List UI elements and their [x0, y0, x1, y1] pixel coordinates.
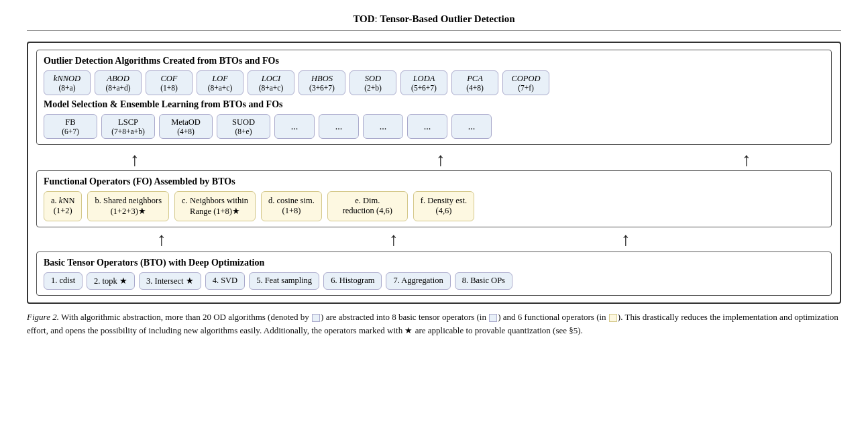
bto-chip-8: 8. Basic OPs	[455, 272, 512, 290]
dots-chip-4: ...	[407, 114, 447, 139]
od-section-title: Outlier Detection Algorithms Created fro…	[44, 56, 824, 66]
caption-blue-box	[312, 314, 320, 322]
bto-chip-6: 6. Histogram	[323, 272, 382, 290]
model-section: Model Selection & Ensemble Learning from…	[44, 99, 824, 139]
algo-chip-pca: PCA (4+8)	[451, 70, 498, 95]
dots-chip-2: ...	[319, 114, 359, 139]
bto-row: 1. cdist 2. topk ★ 3. Intersect ★ 4. SVD…	[44, 272, 824, 290]
fo-chip-c: c. Neighbors within Range (1+8)★	[174, 191, 256, 221]
arrow-up-3: ↑	[742, 150, 751, 169]
main-diagram: Outlier Detection Algorithms Created fro…	[27, 42, 841, 304]
fo-row: a. kNN (1+2) b. Shared neighbors (1+2+3)…	[44, 191, 824, 221]
model-chip-suod: SUOD (8+e)	[217, 114, 270, 139]
algo-chip-knnod: kNNOD (8+a)	[44, 70, 91, 95]
caption-yellow-box	[609, 314, 617, 322]
fo-chip-e: e. Dim. reduction (4,6)	[327, 191, 408, 221]
algo-chip-abod: ABOD (8+a+d)	[95, 70, 142, 95]
algo-chip-hbos: HBOS (3+6+7)	[299, 70, 345, 95]
page-title: TOD: Tensor-Based Outlier Detection	[27, 13, 841, 31]
algo-chip-cof: COF (1+8)	[146, 70, 193, 95]
model-section-title: Model Selection & Ensemble Learning from…	[44, 99, 824, 110]
arrow-up-6: ↑	[621, 230, 631, 249]
model-chip-lscp: LSCP (7+8+a+b)	[101, 114, 155, 139]
arrow-up-2: ↑	[436, 150, 445, 169]
od-algo-row: kNNOD (8+a) ABOD (8+a+d) COF (1+8) LOF (…	[44, 70, 824, 95]
bto-chip-5: 5. Feat sampling	[249, 272, 319, 290]
arrow-row-2: ↑ ↑ ↑	[36, 230, 832, 249]
caption: Figure 2. With algorithmic abstraction, …	[27, 311, 841, 337]
model-chip-metaod: MetaOD (4+8)	[159, 114, 213, 139]
bto-chip-7: 7. Aggregation	[386, 272, 450, 290]
dots-chip-1: ...	[274, 114, 315, 139]
fo-chip-d: d. cosine sim. (1+8)	[261, 191, 322, 221]
bto-chip-4: 4. SVD	[205, 272, 246, 290]
algo-chip-lof: LOF (8+a+c)	[197, 70, 243, 95]
fo-chip-a: a. kNN (1+2)	[44, 191, 82, 221]
bto-chip-3: 3. Intersect ★	[139, 272, 201, 290]
caption-italic: Figure 2.	[27, 312, 59, 322]
algo-chip-sod: SOD (2+b)	[349, 70, 396, 95]
fo-section-title: Functional Operators (FO) Assembled by B…	[44, 176, 824, 187]
fo-chip-b: b. Shared neighbors (1+2+3)★	[87, 191, 169, 221]
model-row: FB (6+7) LSCP (7+8+a+b) MetaOD (4+8) SUO…	[44, 114, 824, 139]
arrow-up-4: ↑	[157, 230, 166, 249]
algo-chip-loda: LODA (5+6+7)	[400, 70, 447, 95]
model-chip-fb: FB (6+7)	[44, 114, 97, 139]
arrow-up-1: ↑	[130, 150, 140, 169]
dots-chip-5: ...	[451, 114, 492, 139]
algo-chip-copod: COPOD (7+f)	[502, 70, 549, 95]
bto-chip-1: 1. cdist	[44, 272, 83, 290]
bto-section-title: Basic Tensor Operators (BTO) with Deep O…	[44, 258, 824, 268]
bto-section: Basic Tensor Operators (BTO) with Deep O…	[36, 252, 832, 296]
fo-section: Functional Operators (FO) Assembled by B…	[36, 170, 832, 227]
caption-blue-box-2	[489, 314, 497, 322]
algo-chip-loci: LOCI (8+a+c)	[248, 70, 294, 95]
bto-chip-2: 2. topk ★	[87, 272, 135, 290]
dots-chip-3: ...	[363, 114, 403, 139]
od-section: Outlier Detection Algorithms Created fro…	[36, 50, 832, 145]
arrow-up-5: ↑	[389, 230, 398, 249]
fo-chip-f: f. Density est. (4,6)	[413, 191, 474, 221]
arrow-row-1: ↑ ↑ ↑	[36, 150, 832, 169]
